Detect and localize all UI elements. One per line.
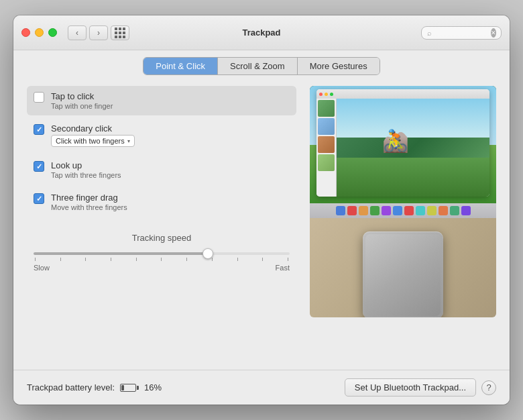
- preview-close-dot: [319, 93, 323, 96]
- tracking-label: Tracking speed: [34, 233, 290, 243]
- tab-more-gestures[interactable]: More Gestures: [298, 58, 380, 74]
- apps-button[interactable]: [111, 25, 129, 40]
- three-finger-drag-row[interactable]: Three finger drag Move with three finger…: [27, 187, 296, 217]
- tab-bar: Point & Click Scroll & Zoom More Gesture…: [13, 50, 510, 75]
- tap-to-click-text: Tap to click Tap with one finger: [51, 91, 113, 110]
- forward-button[interactable]: ›: [89, 25, 108, 40]
- tab-point-click[interactable]: Point & Click: [143, 58, 218, 74]
- three-finger-drag-label: Three finger drag: [51, 193, 127, 203]
- dock-icon-5: [382, 206, 391, 215]
- trackpad-device-image: [363, 231, 443, 317]
- main-window: ‹ › Trackpad ⌕ ✕ Point & Click Scroll &: [13, 15, 510, 405]
- forward-icon: ›: [97, 28, 100, 38]
- tracking-slider-container: Slow Fast: [34, 252, 290, 272]
- dock-icon-6: [393, 206, 402, 215]
- battery-info: Trackpad battery level: 16%: [27, 382, 162, 392]
- look-up-text: Look up Tap with three fingers: [51, 160, 121, 179]
- battery-percent: 16%: [144, 382, 162, 392]
- preview-sidebar: [316, 99, 337, 197]
- tap-to-click-checkbox[interactable]: [34, 92, 44, 103]
- close-button[interactable]: [21, 28, 30, 37]
- tap-to-click-desc: Tap with one finger: [51, 102, 113, 110]
- battery-body: [120, 384, 136, 392]
- three-finger-drag-text: Three finger drag Move with three finger…: [51, 193, 127, 211]
- preview-maximize-dot: [330, 93, 333, 96]
- secondary-click-row[interactable]: Secondary click Click with two fingers ▾: [27, 118, 296, 152]
- preview-dock: [310, 203, 496, 218]
- three-finger-drag-desc: Move with three fingers: [51, 203, 127, 211]
- dock-icon-12: [461, 206, 471, 215]
- bluetooth-button[interactable]: Set Up Bluetooth Trackpad...: [345, 378, 476, 397]
- preview-main-image: 🚵: [337, 99, 489, 197]
- tap-to-click-label: Tap to click: [51, 91, 113, 101]
- main-content: Tap to click Tap with one finger Seconda…: [13, 75, 510, 370]
- secondary-click-dropdown-value: Click with two fingers: [56, 137, 125, 145]
- titlebar: ‹ › Trackpad ⌕ ✕: [13, 15, 510, 50]
- clear-icon: ✕: [491, 30, 496, 36]
- back-icon: ‹: [76, 28, 78, 38]
- secondary-click-dropdown[interactable]: Click with two fingers ▾: [51, 135, 135, 147]
- slider-labels: Slow Fast: [34, 264, 290, 272]
- look-up-desc: Tap with three fingers: [51, 171, 121, 179]
- preview-minimize-dot: [325, 93, 328, 96]
- minimize-button[interactable]: [35, 28, 44, 37]
- maximize-button[interactable]: [48, 28, 57, 37]
- dock-icon-3: [359, 206, 368, 215]
- battery-fill: [121, 385, 124, 390]
- tracking-section: Tracking speed Slow F: [27, 233, 296, 272]
- preview-container: 🚵: [310, 86, 496, 317]
- preview-thumb-3: [318, 136, 335, 153]
- dock-icon-1: [336, 206, 345, 215]
- preview-bottom: [310, 218, 496, 317]
- dock-icon-2: [347, 206, 357, 215]
- look-up-checkbox[interactable]: [34, 161, 44, 172]
- bike-rider-emoji: 🚵: [382, 128, 409, 154]
- tab-segment: Point & Click Scroll & Zoom More Gesture…: [143, 57, 380, 75]
- secondary-click-label: Secondary click: [51, 123, 135, 134]
- dock-icon-8: [416, 206, 425, 215]
- preview-mac-titlebar: [316, 89, 489, 99]
- look-up-label: Look up: [51, 160, 121, 170]
- preview-thumb-2: [318, 118, 335, 135]
- help-button[interactable]: ?: [481, 380, 496, 395]
- back-button[interactable]: ‹: [68, 25, 86, 40]
- tab-scroll-zoom[interactable]: Scroll & Zoom: [218, 58, 298, 74]
- dock-icon-10: [439, 206, 448, 215]
- three-finger-drag-checkbox[interactable]: [34, 193, 44, 204]
- nav-buttons: ‹ ›: [68, 25, 108, 40]
- search-icon: ⌕: [427, 29, 432, 37]
- secondary-click-text: Secondary click Click with two fingers ▾: [51, 123, 135, 147]
- preview-thumb-4: [318, 154, 335, 171]
- dock-icon-9: [427, 206, 437, 215]
- slider-ticks: [34, 258, 290, 261]
- battery-label: Trackpad battery level:: [27, 382, 115, 392]
- slider-fast-label: Fast: [276, 264, 290, 272]
- window-title: Trackpad: [242, 28, 280, 38]
- look-up-row[interactable]: Look up Tap with three fingers: [27, 155, 296, 185]
- chevron-down-icon: ▾: [127, 138, 130, 144]
- secondary-click-checkbox[interactable]: [34, 124, 44, 135]
- slider-slow-label: Slow: [34, 264, 50, 272]
- dock-icon-7: [404, 206, 414, 215]
- slider-track: [34, 252, 290, 255]
- dock-icon-4: [370, 206, 380, 215]
- right-panel: 🚵: [310, 86, 496, 359]
- battery-tip: [137, 386, 139, 390]
- tap-to-click-row[interactable]: Tap to click Tap with one finger: [27, 86, 296, 115]
- traffic-lights: [21, 28, 57, 37]
- apps-grid-icon: [115, 28, 125, 38]
- clear-search-button[interactable]: ✕: [491, 28, 496, 38]
- search-bar[interactable]: ⌕ ✕: [421, 26, 502, 40]
- slider-thumb[interactable]: [202, 248, 213, 259]
- battery-icon: [120, 384, 139, 392]
- preview-content: 🚵: [316, 99, 489, 197]
- dock-icon-11: [450, 206, 459, 215]
- preview-mac-window: 🚵: [316, 89, 489, 197]
- preview-thumb-1: [318, 100, 335, 117]
- left-panel: Tap to click Tap with one finger Seconda…: [27, 86, 296, 359]
- footer: Trackpad battery level: 16% Set Up Bluet…: [13, 370, 510, 405]
- search-input[interactable]: [434, 28, 488, 38]
